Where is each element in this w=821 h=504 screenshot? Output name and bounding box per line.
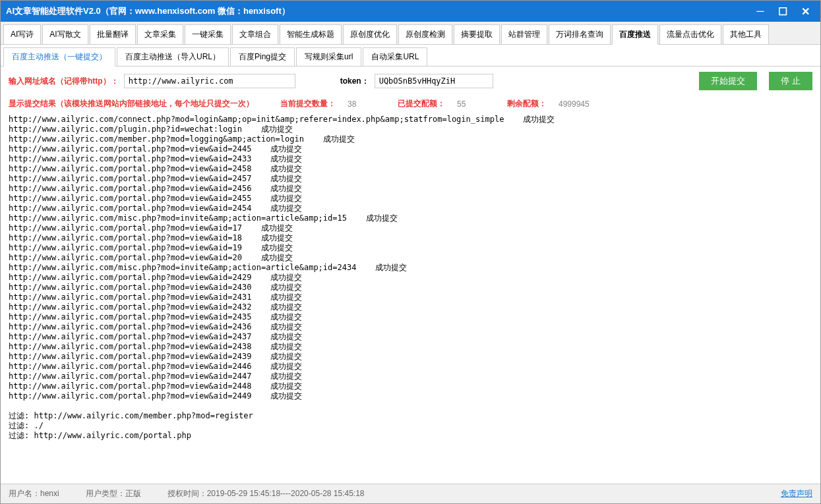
sub-tab-1[interactable]: 百度主动推送（导入URL） [117,47,229,66]
main-tab-14[interactable]: 其他工具 [723,24,769,44]
main-tab-13[interactable]: 流量点击优化 [659,24,721,44]
status-type: 用户类型：正版 [86,488,141,499]
main-tabs: AI写诗AI写散文批量翻译文章采集一键采集文章组合智能生成标题原创度优化原创度检… [1,22,820,45]
titlebar: AI文章智能处理软件V2.0（官网：www.henxisoft.com 微信：h… [1,1,820,22]
url-input[interactable] [124,74,295,88]
main-tab-0[interactable]: AI写诗 [3,24,41,44]
main-tab-10[interactable]: 站群管理 [501,24,547,44]
maximize-icon[interactable]: ☐ [773,3,793,19]
main-tab-5[interactable]: 文章组合 [232,24,278,44]
submitted-quota-value: 55 [457,99,483,109]
main-tab-3[interactable]: 文章采集 [137,24,183,44]
main-tab-2[interactable]: 批量翻译 [90,24,136,44]
token-label: token： [340,76,369,87]
main-tab-1[interactable]: AI写散文 [42,24,88,44]
token-input[interactable] [375,74,493,88]
start-button[interactable]: 开始提交 [699,72,757,90]
main-tab-4[interactable]: 一键采集 [185,24,231,44]
current-count-label: 当前提交数量： [280,98,336,109]
app-title: AI文章智能处理软件V2.0（官网：www.henxisoft.com 微信：h… [6,5,750,17]
main-tab-7[interactable]: 原创度优化 [343,24,397,44]
statusbar: 用户名：henxi 用户类型：正版 授权时间：2019-05-29 15:45:… [1,484,820,503]
input-row: 输入网址域名（记得带http）： token： 开始提交 停 止 [1,67,820,96]
disclaimer-link[interactable]: 免责声明 [781,488,812,499]
stop-button[interactable]: 停 止 [769,72,812,90]
main-tab-9[interactable]: 摘要提取 [454,24,500,44]
current-count-value: 38 [348,99,374,109]
stats-row: 显示提交结果（该模块推送网站内部链接地址，每个地址只提交一次） 当前提交数量： … [1,96,820,112]
main-tab-12[interactable]: 百度推送 [612,24,658,45]
main-tab-8[interactable]: 原创度检测 [398,24,452,44]
remain-quota-value: 4999945 [559,99,590,109]
status-auth: 授权时间：2019-05-29 15:45:18----2020-05-28 1… [167,488,365,499]
status-user: 用户名：henxi [9,488,59,499]
sub-tab-4[interactable]: 自动采集URL [363,47,427,66]
main-tab-6[interactable]: 智能生成标题 [280,24,342,44]
minimize-icon[interactable]: ─ [750,3,770,19]
result-log[interactable]: http://www.ailyric.com/connect.php?mod=l… [1,112,820,484]
sub-tab-3[interactable]: 写规则采集url [296,47,361,66]
close-icon[interactable]: ✕ [795,3,815,19]
sub-tab-2[interactable]: 百度Ping提交 [230,47,295,66]
remain-quota-label: 剩余配额： [507,98,547,109]
sub-tab-0[interactable]: 百度主动推送（一键提交） [3,47,115,67]
main-tab-11[interactable]: 万词排名查询 [549,24,611,44]
url-label: 输入网址域名（记得带http）： [9,76,119,87]
sub-tabs: 百度主动推送（一键提交）百度主动推送（导入URL）百度Ping提交写规则采集ur… [1,45,820,67]
submitted-quota-label: 已提交配额： [398,98,445,109]
result-label: 显示提交结果（该模块推送网站内部链接地址，每个地址只提交一次） [9,98,254,109]
